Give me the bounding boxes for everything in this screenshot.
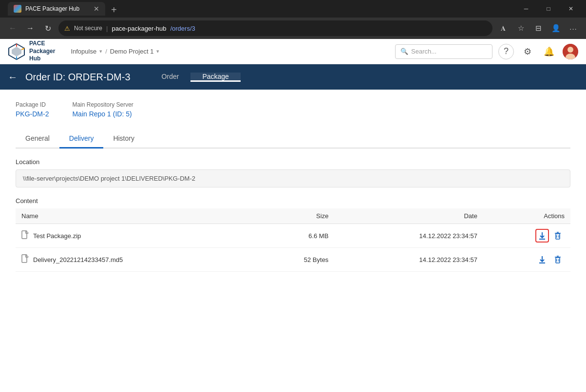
file-date-cell-2: 14.12.2022 23:34:57 — [334, 248, 483, 272]
location-value: \\file-server\projects\DEMO project 1\DE… — [16, 169, 570, 187]
action-cell — [489, 229, 565, 243]
logo-icon — [8, 43, 25, 60]
repo-label: Main Repository Server — [72, 101, 133, 108]
url-path: /orders/3 — [170, 25, 195, 32]
user-avatar[interactable] — [563, 44, 578, 59]
file-icon — [21, 230, 29, 241]
collections-button[interactable]: ⊟ — [531, 21, 545, 35]
page-title: Order ID: ORDER-DM-3 — [25, 72, 131, 83]
repo-value[interactable]: Main Repo 1 (ID: 5) — [72, 110, 133, 118]
package-id-value[interactable]: PKG-DM-2 — [16, 110, 49, 118]
tab-close-button[interactable]: ✕ — [94, 5, 99, 13]
col-name-header: Name — [16, 208, 257, 224]
svg-point-6 — [567, 47, 573, 53]
sub-tab-delivery[interactable]: Delivery — [59, 130, 104, 149]
repo-meta: Main Repository Server Main Repo 1 (ID: … — [72, 101, 133, 118]
chevron-down-icon: ▾ — [99, 48, 102, 55]
package-id-meta: Package ID PKG-DM-2 — [16, 101, 49, 118]
search-box[interactable]: 🔍 Search... — [395, 44, 492, 59]
breadcrumb-project[interactable]: Demo Project 1 — [110, 48, 154, 55]
close-button[interactable]: ✕ — [560, 0, 582, 18]
delete-button[interactable] — [551, 229, 565, 243]
reload-button[interactable]: ↻ — [41, 21, 55, 35]
logo-text: PACE Packager Hub — [29, 40, 55, 63]
browser-titlebar: PACE Packager Hub ✕ + ─ □ ✕ — [0, 0, 586, 18]
read-aloud-button[interactable]: 𝐀 — [496, 21, 510, 35]
new-tab-button[interactable]: + — [107, 4, 121, 16]
svg-marker-1 — [12, 47, 21, 56]
file-size-cell-2: 52 Bytes — [257, 248, 334, 272]
download-button[interactable] — [535, 229, 549, 243]
project-chevron-down-icon: ▾ — [156, 48, 159, 55]
search-icon: 🔍 — [400, 48, 408, 55]
file-name: Test Package.zip — [33, 232, 81, 240]
app-header: PACE Packager Hub Infopulse ▾ / Demo Pro… — [0, 39, 586, 64]
file-date-cell: 14.12.2022 23:34:57 — [334, 224, 483, 248]
security-warning-icon: ⚠ — [64, 25, 70, 32]
help-button[interactable]: ? — [498, 44, 514, 59]
user-profile-button[interactable]: 👤 — [549, 21, 563, 35]
tab-order[interactable]: Order — [150, 73, 191, 82]
browser-tabs: PACE Packager Hub ✕ + — [4, 2, 511, 16]
package-id-label: Package ID — [16, 101, 49, 108]
package-meta: Package ID PKG-DM-2 Main Repository Serv… — [16, 101, 570, 118]
tab-title: PACE Packager Hub — [25, 5, 79, 12]
settings-button[interactable]: ⚙ — [520, 44, 535, 59]
logo-area: PACE Packager Hub — [8, 40, 55, 63]
content-table: Name Size Date Actions Test — [16, 208, 570, 272]
back-nav-button[interactable]: ← — [6, 21, 19, 35]
content-section-label: Content — [16, 197, 570, 205]
svg-marker-9 — [26, 231, 28, 233]
browser-controls: ← → ↻ ⚠ Not secure | pace-packager-hub /… — [0, 18, 586, 39]
svg-rect-12 — [556, 234, 560, 239]
col-actions-header: Actions — [483, 208, 570, 224]
sub-tab-general[interactable]: General — [16, 130, 59, 149]
breadcrumb: Infopulse ▾ / Demo Project 1 ▾ — [71, 48, 159, 55]
file-name-cell-2: Delivery_20221214233457.md5 — [16, 248, 257, 272]
table-row: Delivery_20221214233457.md5 52 Bytes 14.… — [16, 248, 570, 272]
page-header-left: ← Order ID: ORDER-DM-3 Order Package — [8, 64, 586, 90]
file-name-cell: Test Package.zip — [16, 224, 257, 248]
minimize-button[interactable]: ─ — [515, 0, 537, 18]
notifications-button[interactable]: 🔔 — [541, 44, 557, 59]
file-size-cell: 6.6 MB — [257, 224, 334, 248]
active-browser-tab[interactable]: PACE Packager Hub ✕ — [8, 2, 105, 16]
col-size-header: Size — [257, 208, 334, 224]
file-cell-2: Delivery_20221214233457.md5 — [21, 254, 251, 265]
sub-tab-history[interactable]: History — [103, 130, 144, 149]
action-cell-2 — [489, 253, 565, 266]
header-search-area: 🔍 Search... ? ⚙ 🔔 — [395, 44, 578, 59]
not-secure-label: Not secure — [74, 25, 102, 32]
forward-nav-button[interactable]: → — [23, 21, 37, 35]
breadcrumb-org[interactable]: Infopulse — [71, 48, 96, 55]
delete-button-2[interactable] — [551, 253, 565, 266]
download-button-2[interactable] — [535, 253, 549, 266]
file-actions-cell — [483, 224, 570, 248]
url-base: pace-packager-hub — [112, 25, 166, 32]
file-name-2: Delivery_20221214233457.md5 — [33, 256, 123, 263]
browser-action-buttons: 𝐀 ☆ ⊟ 👤 ··· — [496, 21, 580, 35]
sub-tabs: General Delivery History — [16, 130, 570, 149]
back-button[interactable]: ← — [8, 72, 18, 83]
browser-menu-button[interactable]: ··· — [567, 21, 580, 35]
svg-rect-21 — [556, 258, 560, 263]
svg-marker-18 — [26, 255, 28, 257]
url-separator: | — [106, 25, 108, 32]
file-cell: Test Package.zip — [21, 230, 251, 241]
col-date-header: Date — [334, 208, 483, 224]
search-placeholder: Search... — [411, 48, 436, 55]
tab-package[interactable]: Package — [190, 73, 240, 82]
table-row: Test Package.zip 6.6 MB 14.12.2022 23:34… — [16, 224, 570, 248]
file-actions-cell-2 — [483, 248, 570, 272]
table-header-row: Name Size Date Actions — [16, 208, 570, 224]
address-bar[interactable]: ⚠ Not secure | pace-packager-hub /orders… — [58, 20, 492, 36]
location-section-label: Location — [16, 158, 570, 166]
file-icon-2 — [21, 254, 29, 265]
page-header: ← Order ID: ORDER-DM-3 Order Package — [0, 64, 586, 90]
content-area: Package ID PKG-DM-2 Main Repository Serv… — [0, 90, 586, 392]
breadcrumb-separator: / — [105, 48, 107, 55]
maximize-button[interactable]: □ — [537, 0, 560, 18]
browser-settings-button[interactable]: ☆ — [514, 21, 528, 35]
tab-favicon — [14, 5, 21, 13]
app-container: PACE Packager Hub Infopulse ▾ / Demo Pro… — [0, 39, 586, 392]
